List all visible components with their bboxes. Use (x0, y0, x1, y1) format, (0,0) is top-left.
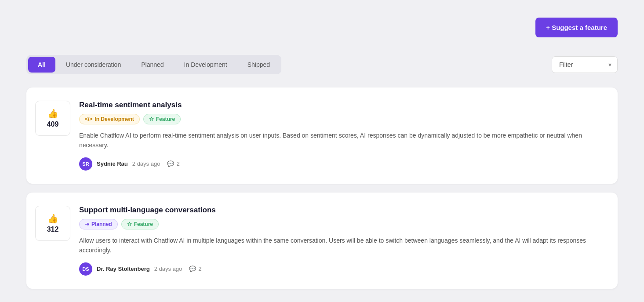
feature-card-2: 👍 312 Support multi-language conversatio… (26, 193, 618, 289)
card-meta-1: SR Sydnie Rau 2 days ago 💬 2 (79, 157, 604, 171)
thumbs-up-icon-2: 👍 (47, 213, 58, 224)
planned-icon: ⇥ (85, 221, 89, 227)
avatar-2: DS (79, 262, 92, 276)
star-icon-2: ☆ (127, 221, 132, 227)
badge-feature-1: ☆ Feature (143, 114, 181, 124)
page-header: + Suggest a feature (26, 18, 618, 37)
badge-in-development: </> In Development (79, 114, 140, 124)
time-ago-1: 2 days ago (132, 160, 160, 167)
card-meta-2: DS Dr. Ray Stoltenberg 2 days ago 💬 2 (79, 262, 604, 276)
comment-icon-1: 💬 (167, 160, 174, 167)
badge-feature-2: ☆ Feature (121, 219, 159, 229)
tab-group: All Under consideration Planned In Devel… (26, 55, 281, 74)
filter-bar: All Under consideration Planned In Devel… (26, 55, 618, 74)
star-icon-1: ☆ (149, 116, 154, 122)
filter-select-wrapper: Filter Most votes Newest Oldest ▾ (552, 56, 618, 73)
code-icon: </> (85, 116, 92, 122)
badge-dev-label: In Development (95, 116, 134, 122)
card-content-1: Real-time sentiment analysis </> In Deve… (79, 101, 604, 171)
badge-feature-label-1: Feature (156, 116, 175, 122)
card-description-2: Allow users to interact with Chatflow AI… (79, 236, 604, 255)
badge-planned-label: Planned (91, 221, 112, 227)
tab-planned[interactable]: Planned (131, 57, 173, 73)
card-title-1: Real-time sentiment analysis (79, 101, 604, 109)
card-content-2: Support multi-language conversations ⇥ P… (79, 206, 604, 276)
comment-icon-2: 💬 (189, 266, 196, 272)
comment-count-2: 💬 2 (189, 266, 201, 272)
badge-feature-label-2: Feature (134, 221, 153, 227)
badge-planned: ⇥ Planned (79, 219, 118, 229)
vote-count-1: 409 (47, 120, 59, 128)
vote-box-1[interactable]: 👍 409 (35, 101, 70, 136)
author-name-1: Sydnie Rau (97, 160, 128, 167)
card-title-2: Support multi-language conversations (79, 206, 604, 215)
filter-select[interactable]: Filter Most votes Newest Oldest (552, 56, 618, 73)
avatar-1: SR (79, 157, 92, 171)
tab-all[interactable]: All (28, 57, 55, 73)
thumbs-up-icon: 👍 (47, 108, 58, 119)
author-name-2: Dr. Ray Stoltenberg (97, 266, 150, 272)
feature-card-1: 👍 409 Real-time sentiment analysis </> I… (26, 87, 618, 184)
comment-count-1: 💬 2 (167, 160, 179, 167)
badge-row-1: </> In Development ☆ Feature (79, 114, 604, 124)
tab-in-development[interactable]: In Development (175, 57, 237, 73)
badge-row-2: ⇥ Planned ☆ Feature (79, 219, 604, 229)
time-ago-2: 2 days ago (154, 266, 182, 272)
tab-under-consideration[interactable]: Under consideration (56, 57, 131, 73)
card-description-1: Enable Chatflow AI to perform real-time … (79, 131, 604, 150)
vote-box-2[interactable]: 👍 312 (35, 206, 70, 241)
vote-count-2: 312 (47, 226, 59, 233)
tab-shipped[interactable]: Shipped (238, 57, 280, 73)
suggest-feature-button[interactable]: + Suggest a feature (535, 18, 618, 37)
